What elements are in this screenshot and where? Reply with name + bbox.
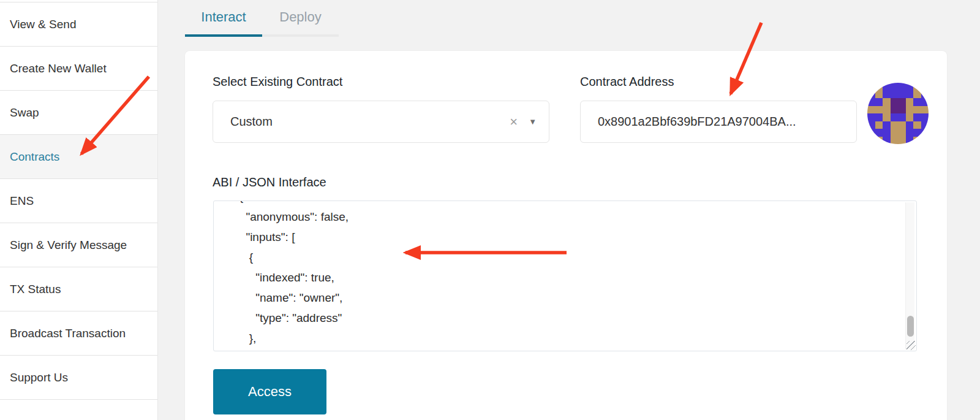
contract-address-value: 0x8901a2Bbf639bFD21A97004BA... — [598, 115, 796, 129]
sidebar-item-label: Contracts — [10, 150, 59, 164]
select-existing-contract-label: Select Existing Contract — [213, 75, 342, 89]
sidebar-item-label: View & Send — [10, 18, 76, 31]
sidebar-item-create-new-wallet[interactable]: Create New Wallet — [0, 47, 157, 91]
chevron-down-icon[interactable]: ▼ — [529, 117, 537, 126]
sidebar-item-label: Broadcast Transaction — [10, 327, 126, 340]
sidebar-item-label: Create New Wallet — [10, 62, 107, 75]
sidebar-item-label: Swap — [10, 106, 39, 120]
abi-json-interface-label: ABI / JSON Interface — [213, 175, 326, 189]
abi-line: }, — [230, 328, 916, 348]
tab-deploy[interactable]: Deploy — [262, 0, 339, 37]
abi-json-content: { "anonymous": false, "inputs": [ { "ind… — [214, 200, 916, 348]
contract-address-label: Contract Address — [580, 75, 674, 89]
sidebar-item-broadcast-transaction[interactable]: Broadcast Transaction — [0, 311, 157, 356]
selected-contract-value: Custom — [230, 115, 510, 129]
contract-address-input[interactable]: 0x8901a2Bbf639bFD21A97004BA... — [580, 101, 857, 143]
sidebar: View & Send Create New Wallet Swap Contr… — [0, 0, 158, 420]
abi-line: "type": "address" — [230, 308, 916, 328]
textarea-scrollbar-thumb[interactable] — [907, 316, 914, 337]
sidebar-item-label: ENS — [10, 194, 34, 208]
abi-line: "name": "owner", — [230, 288, 916, 308]
contract-tabs: Interact Deploy — [185, 0, 339, 37]
abi-line: "anonymous": false, — [230, 207, 916, 227]
sidebar-item-label: Support Us — [10, 371, 68, 384]
access-button[interactable]: Access — [213, 369, 326, 414]
textarea-resize-handle[interactable] — [907, 341, 916, 350]
sidebar-item-sign-verify[interactable]: Sign & Verify Message — [0, 223, 157, 267]
abi-line: { — [230, 200, 916, 207]
identicon-grid — [867, 83, 929, 144]
existing-contract-select[interactable]: Custom × ▼ — [213, 101, 549, 143]
sidebar-item-tx-status[interactable]: TX Status — [0, 267, 157, 311]
sidebar-item-support-us[interactable]: Support Us — [0, 356, 157, 400]
clear-icon[interactable]: × — [510, 114, 518, 130]
abi-line: { — [230, 247, 916, 267]
tab-interact[interactable]: Interact — [185, 0, 262, 37]
sidebar-item-label: TX Status — [10, 283, 61, 296]
abi-line: "indexed": true, — [230, 267, 916, 288]
contracts-page: View & Send Create New Wallet Swap Contr… — [0, 0, 980, 420]
sidebar-item-swap[interactable]: Swap — [0, 91, 157, 135]
sidebar-item-view-send[interactable]: View & Send — [0, 2, 157, 47]
abi-json-textarea[interactable]: { "anonymous": false, "inputs": [ { "ind… — [213, 200, 917, 351]
abi-line: "inputs": [ — [230, 227, 916, 247]
address-identicon — [867, 83, 929, 144]
textarea-scrollbar[interactable] — [905, 202, 914, 349]
sidebar-item-contracts[interactable]: Contracts — [0, 135, 157, 179]
sidebar-item-ens[interactable]: ENS — [0, 179, 157, 223]
sidebar-item-label: Sign & Verify Message — [10, 239, 127, 252]
